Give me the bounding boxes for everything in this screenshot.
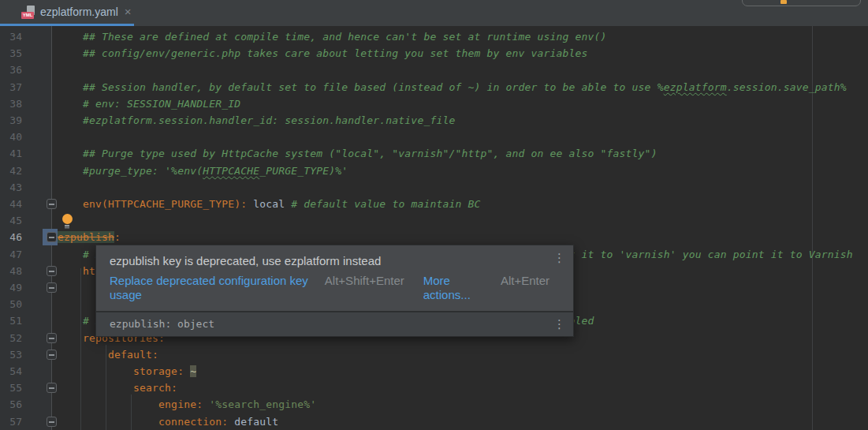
editor-tab-bar: YML ezplatform.yaml × [0, 0, 868, 26]
quick-fix-link[interactable]: Replace deprecated configuration key usa… [110, 274, 315, 302]
inspection-actions-row: Replace deprecated configuration key usa… [110, 274, 549, 302]
tab-close-icon[interactable]: × [125, 6, 132, 17]
code-token: : [114, 231, 121, 243]
fold-collapse-icon[interactable] [47, 333, 57, 343]
tab-title: ezplatform.yaml [40, 6, 118, 18]
code-editor[interactable]: 3435363738394041424344454647484950515253… [0, 26, 868, 430]
code-token: ## Purge type used by HttpCache system (… [58, 148, 658, 159]
more-actions-shortcut: Alt+Enter [501, 274, 549, 288]
symbol-type-info: ezpublish: object [110, 318, 214, 330]
code-token: ezpublish [58, 231, 114, 243]
code-token [58, 198, 83, 210]
code-line: search: [58, 380, 177, 396]
code-token: connection: [58, 416, 234, 428]
code-line: ## These are defined at compile time, an… [58, 28, 607, 45]
code-token: #purge_type: '%env( [58, 165, 203, 177]
kebab-menu-icon[interactable]: ⋮ [553, 319, 565, 330]
code-token: search: [58, 382, 177, 394]
code-token: engine: [58, 398, 209, 410]
code-token: ## Session handler, by default set to fi… [58, 81, 664, 93]
code-line: env(HTTPCACHE_PURGE_TYPE): local # defau… [58, 196, 480, 212]
code-token: storage: [58, 365, 190, 377]
fold-collapse-icon[interactable] [47, 232, 57, 242]
code-token: env(HTTPCACHE_PURGE_TYPE): [83, 198, 247, 210]
code-token: ~ [190, 365, 196, 377]
code-token: ezplatform [664, 81, 727, 93]
fold-collapse-icon[interactable] [47, 266, 57, 276]
code-line: #ezplatform.session.handler_id: session.… [58, 112, 455, 129]
fold-collapse-icon[interactable] [47, 350, 57, 360]
intention-bulb-icon[interactable] [62, 214, 73, 224]
inspection-popup-doc: ezpublish: object ⋮ [96, 311, 573, 336]
code-token: _PURGE_TYPE)%' [259, 165, 348, 177]
code-token: ## config/env/generic.php takes care abo… [58, 47, 588, 59]
kebab-menu-icon[interactable]: ⋮ [553, 252, 565, 264]
inspection-message: ezpublish key is deprecated, use ezplatf… [110, 253, 549, 268]
code-line: connection: default [58, 413, 278, 430]
yaml-file-icon: YML [21, 6, 35, 19]
tab-ezplatform-yaml[interactable]: YML ezplatform.yaml × [0, 0, 134, 24]
code-line: storage: ~ [58, 363, 196, 380]
code-token: default: [58, 349, 158, 361]
code-line: ezpublish: [58, 229, 121, 245]
code-token: .session.save_path% [727, 81, 847, 93]
code-line: default: [58, 346, 158, 363]
code-line: ## config/env/generic.php takes care abo… [58, 45, 588, 62]
run-widget-icon [780, 0, 787, 4]
code-line: ## Purge type used by HttpCache system (… [58, 145, 658, 162]
code-line: #purge_type: '%env(HTTPCACHE_PURGE_TYPE)… [58, 163, 348, 179]
quick-fix-shortcut: Alt+Shift+Enter [325, 274, 404, 288]
code-token: # default value to maintain BC [285, 198, 480, 210]
code-token: local [247, 198, 285, 210]
code-token: default [234, 416, 278, 428]
inspection-popup-main: ezpublish key is deprecated, use ezplatf… [96, 245, 573, 311]
code-token: ## These are defined at compile time, an… [58, 31, 607, 43]
code-token: # env: SESSION_HANDLER_ID [58, 98, 240, 110]
more-actions-link[interactable]: More actions... [423, 274, 491, 302]
fold-collapse-icon[interactable] [47, 417, 57, 427]
code-line: # env: SESSION_HANDLER_ID [58, 95, 240, 112]
code-token: HTTPCACHE [203, 165, 259, 177]
fold-collapse-icon[interactable] [47, 199, 57, 209]
fold-collapse-icon[interactable] [47, 282, 57, 293]
ide-window: YML ezplatform.yaml × 343536373839404142… [0, 0, 868, 430]
code-token: #ezplatform.session.handler_id: session.… [58, 114, 455, 126]
yml-badge: YML [21, 12, 34, 19]
code-token: '%search_engine%' [209, 398, 316, 410]
code-line: engine: '%search_engine%' [58, 396, 316, 413]
run-widget-partial[interactable] [742, 0, 861, 6]
inspection-popup: ezpublish key is deprecated, use ezplatf… [95, 245, 574, 337]
code-line: ## Session handler, by default set to fi… [58, 79, 847, 95]
code-area[interactable]: ## These are defined at compile time, an… [0, 26, 868, 430]
fold-collapse-icon[interactable] [47, 383, 57, 393]
